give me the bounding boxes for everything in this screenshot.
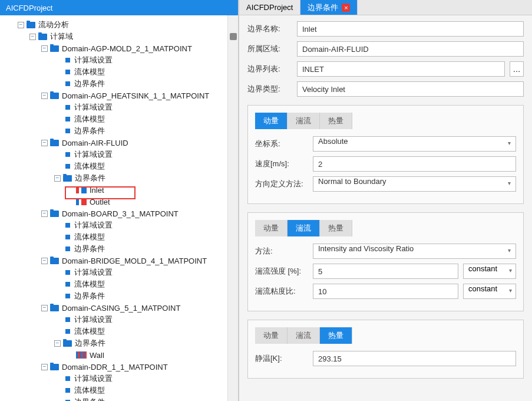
folder-icon [50, 305, 59, 311]
turb-viscosity-label: 湍流粘度比: [255, 286, 308, 297]
folder-icon [27, 22, 35, 28]
speed-label: 速度[m/s]: [255, 159, 308, 169]
tree-item[interactable]: ·流体模型 [0, 326, 238, 337]
folder-icon [38, 34, 47, 40]
subtab-turbulence[interactable]: 湍流 [288, 327, 320, 344]
tree-bc-outlet[interactable]: ·Outlet [0, 196, 238, 208]
folder-icon [63, 175, 72, 182]
collapse-icon[interactable]: − [54, 340, 61, 347]
properties-body: 边界名称: 所属区域: 边界列表: … 边界类型: 动量 湍流 热量 坐标系: … [239, 15, 532, 401]
boundary-type-label: 边界类型: [247, 84, 292, 94]
region-input[interactable] [297, 41, 524, 57]
tab-bar: AICFDProject 边界条件 × [239, 0, 532, 15]
collapse-icon[interactable]: − [41, 140, 48, 146]
folder-icon [50, 258, 59, 264]
wall-icon [76, 351, 87, 359]
tree-node-domain[interactable]: −Domain-BOARD_3_1_MATPOINT [0, 208, 238, 219]
tree-item[interactable]: ·流体模型 [0, 231, 238, 243]
boundary-name-input[interactable] [297, 21, 524, 37]
direction-select[interactable]: Normal to Boundary [313, 176, 516, 192]
turb-viscosity-input[interactable] [313, 284, 458, 299]
tree-node-domain[interactable]: −Domain-BRIDGE_MOLD_4_1_MATPOINT [0, 255, 238, 267]
tree-item[interactable]: ·计算域设置 [0, 314, 238, 326]
close-icon[interactable]: × [342, 4, 350, 12]
tree-item[interactable]: ·流体模型 [0, 66, 238, 78]
folder-icon [50, 93, 59, 99]
tree-item[interactable]: ·计算域设置 [0, 149, 238, 160]
subtab-turbulence[interactable]: 湍流 [288, 113, 320, 129]
tree-node-domain[interactable]: −Domain-AGP_HEATSINK_1_1_MATPOINT [0, 90, 238, 101]
collapse-icon[interactable]: − [41, 258, 48, 264]
collapse-icon[interactable]: − [41, 45, 48, 52]
boundary-list-input[interactable] [297, 61, 505, 77]
item-icon [65, 282, 70, 287]
tree-bc-wall[interactable]: ·Wall [0, 349, 238, 361]
tree-node-domain[interactable]: −Domain-AGP-MOLD_2_1_MATPOINT [0, 42, 238, 54]
subtab-heat[interactable]: 热量 [320, 220, 352, 236]
tree-item[interactable]: ·计算域设置 [0, 267, 238, 278]
item-icon [65, 81, 70, 86]
turb-viscosity-mode[interactable]: constant [463, 284, 516, 299]
tree-node-domain[interactable]: −Domain-CASING_5_1_MATPOINT [0, 302, 238, 314]
tree-item[interactable]: ·流体模型 [0, 113, 238, 125]
collapse-icon[interactable]: − [29, 34, 36, 40]
tree-item[interactable]: ·计算域设置 [0, 101, 238, 113]
subtab-heat[interactable]: 热量 [320, 327, 352, 344]
boundary-type-input[interactable] [297, 81, 524, 97]
tree-node-domain[interactable]: −Domain-AIR-FLUID [0, 137, 238, 149]
subtab-momentum[interactable]: 动量 [255, 113, 288, 129]
tree-item[interactable]: ·流体模型 [0, 278, 238, 290]
tree-item[interactable]: ·边界条件 [0, 78, 238, 90]
collapse-icon[interactable]: − [41, 305, 48, 311]
tree-node-domain[interactable]: −Domain-DDR_1_1_MATPOINT [0, 361, 238, 373]
tree-item[interactable]: ·边界条件 [0, 243, 238, 255]
item-icon [65, 117, 70, 121]
vertical-scrollbar[interactable] [227, 15, 238, 401]
static-temp-label: 静温[K]: [255, 353, 308, 364]
turb-intensity-label: 湍流强度 [%]: [255, 266, 308, 277]
tree-item[interactable]: ·计算域设置 [0, 373, 238, 384]
subtab-turbulence[interactable]: 湍流 [288, 220, 320, 236]
item-icon [65, 246, 70, 251]
folder-icon [50, 211, 59, 217]
item-icon [65, 294, 70, 298]
subtab-momentum[interactable]: 动量 [255, 327, 288, 344]
tree-item[interactable]: ·边界条件 [0, 125, 238, 137]
turb-method-select[interactable]: Intensity and Viscosity Ratio [313, 244, 516, 259]
item-icon [65, 376, 70, 381]
tree-node-root[interactable]: − 流动分析 [0, 19, 238, 31]
subtab-momentum[interactable]: 动量 [255, 220, 288, 236]
tree-bc-inlet[interactable]: ·Inlet [0, 184, 238, 196]
coord-select[interactable]: Absolute [313, 136, 516, 152]
collapse-icon[interactable]: − [41, 211, 48, 217]
speed-input[interactable] [313, 156, 516, 172]
turb-method-label: 方法: [255, 246, 308, 257]
outlet-icon [76, 198, 87, 205]
tree-item[interactable]: ·边界条件 [0, 290, 238, 302]
tree-node-bc[interactable]: −边界条件 [0, 172, 238, 184]
item-icon [65, 223, 70, 228]
subtab-heat[interactable]: 热量 [320, 113, 352, 129]
direction-label: 方向定义方法: [255, 179, 308, 189]
tree-item[interactable]: ·流体模型 [0, 384, 238, 396]
tree-item[interactable]: ·边界条件 [0, 396, 238, 401]
tree-node-bc[interactable]: −边界条件 [0, 337, 238, 349]
tab-boundary-condition[interactable]: 边界条件 × [300, 0, 358, 15]
tab-project[interactable]: AICFDProject [239, 0, 300, 15]
tree-item[interactable]: ·计算域设置 [0, 219, 238, 231]
tree-node-compute-domain[interactable]: − 计算域 [0, 31, 238, 42]
boundary-list-label: 边界列表: [247, 64, 292, 74]
left-panel-title: AICFDProject [0, 0, 238, 15]
item-icon [65, 270, 70, 275]
boundary-name-label: 边界名称: [247, 24, 292, 34]
collapse-icon[interactable]: − [54, 175, 61, 182]
collapse-icon[interactable]: − [41, 364, 48, 370]
tree-item[interactable]: ·计算域设置 [0, 54, 238, 66]
tree-item[interactable]: ·流体模型 [0, 160, 238, 172]
static-temp-input[interactable] [313, 351, 516, 366]
turb-intensity-input[interactable] [313, 264, 458, 279]
boundary-list-button[interactable]: … [510, 61, 524, 77]
turb-intensity-mode[interactable]: constant [463, 264, 516, 279]
collapse-icon[interactable]: − [18, 22, 24, 28]
collapse-icon[interactable]: − [41, 93, 48, 99]
